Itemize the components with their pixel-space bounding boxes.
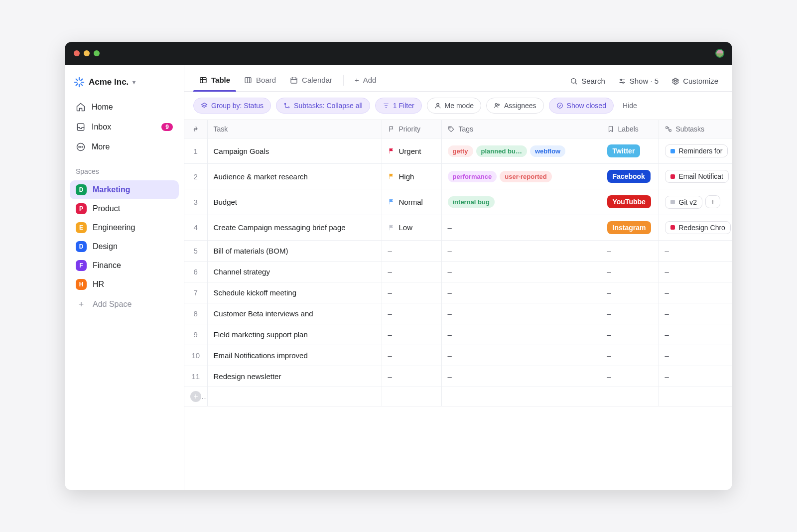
tags-cell[interactable]: – xyxy=(441,345,601,366)
col-header-subtasks[interactable]: Subtasks xyxy=(659,120,732,138)
table-row[interactable]: 9Field marketing support plan–––– xyxy=(184,324,732,345)
task-name-cell[interactable]: Redesign newsletter xyxy=(207,366,382,387)
me-mode-chip[interactable]: Me mode xyxy=(427,98,481,114)
view-tab-board[interactable]: Board xyxy=(238,71,282,91)
subtask-box[interactable]: Email Notificat xyxy=(665,170,729,183)
label-cell[interactable]: – xyxy=(601,282,659,303)
label-cell[interactable]: – xyxy=(601,303,659,324)
tag-pill[interactable]: planned bu… xyxy=(476,145,527,157)
label-cell[interactable]: Facebook xyxy=(601,164,659,189)
table-row[interactable]: 4Create Campaign messaging brief pageLow… xyxy=(184,215,732,240)
hide-button[interactable]: Hide xyxy=(623,102,637,110)
col-header-task[interactable]: Task xyxy=(207,120,382,138)
space-item-finance[interactable]: FFinance xyxy=(70,256,179,275)
space-item-marketing[interactable]: DMarketing xyxy=(70,180,179,199)
label-cell[interactable]: – xyxy=(601,324,659,345)
col-header-priority[interactable]: Priority xyxy=(382,120,441,138)
subtasks-cell[interactable]: – xyxy=(659,261,732,282)
priority-cell[interactable]: Normal xyxy=(382,189,441,215)
task-name-cell[interactable]: Audience & market research xyxy=(207,164,382,189)
priority-cell[interactable]: Urgent xyxy=(382,138,441,164)
task-name-cell[interactable]: Budget xyxy=(207,189,382,215)
label-pill[interactable]: YouTubbe xyxy=(607,195,651,208)
tags-cell[interactable]: internal bug xyxy=(441,189,601,215)
tags-cell[interactable]: – xyxy=(441,366,601,387)
subtasks-cell[interactable]: – xyxy=(659,366,732,387)
priority-cell[interactable]: – xyxy=(382,261,441,282)
task-name-cell[interactable]: Customer Beta interviews and xyxy=(207,303,382,324)
subtasks-chip[interactable]: Subtasks: Collapse all xyxy=(276,98,370,114)
priority-cell[interactable]: – xyxy=(382,324,441,345)
priority-cell[interactable]: – xyxy=(382,345,441,366)
label-cell[interactable]: – xyxy=(601,345,659,366)
add-view-button[interactable]: + Add xyxy=(349,71,382,91)
tags-cell[interactable]: – xyxy=(441,261,601,282)
priority-cell[interactable]: – xyxy=(382,366,441,387)
add-task-row[interactable]: + xyxy=(184,387,732,406)
avatar[interactable] xyxy=(715,49,724,58)
add-space-button[interactable]: + Add Space xyxy=(70,295,179,314)
priority-cell[interactable]: High xyxy=(382,164,441,189)
tags-cell[interactable]: – xyxy=(441,240,601,261)
space-item-product[interactable]: PProduct xyxy=(70,199,179,218)
task-name-cell[interactable]: Channel strategy xyxy=(207,261,382,282)
subtask-box[interactable]: + xyxy=(705,195,720,208)
tag-pill[interactable]: internal bug xyxy=(448,196,495,208)
label-pill[interactable]: Twitter xyxy=(607,144,641,157)
subtasks-cell[interactable]: Git v2+ xyxy=(659,189,732,215)
task-name-cell[interactable]: Field marketing support plan xyxy=(207,324,382,345)
subtasks-cell[interactable]: – xyxy=(659,324,732,345)
subtasks-cell[interactable]: – xyxy=(659,282,732,303)
view-tab-calendar[interactable]: Calendar xyxy=(284,71,338,91)
label-pill[interactable]: Facebook xyxy=(607,170,651,183)
priority-cell[interactable]: – xyxy=(382,282,441,303)
nav-inbox[interactable]: Inbox 9 xyxy=(70,118,179,136)
label-cell[interactable]: – xyxy=(601,366,659,387)
tags-cell[interactable]: – xyxy=(441,303,601,324)
view-tab-table[interactable]: Table xyxy=(193,71,236,91)
label-cell[interactable]: Twitter xyxy=(601,138,659,164)
tags-cell[interactable]: – xyxy=(441,282,601,303)
tags-cell[interactable]: – xyxy=(441,324,601,345)
subtasks-cell[interactable]: Email Notificat xyxy=(659,164,732,189)
minimize-window-button[interactable] xyxy=(84,50,90,56)
group-by-chip[interactable]: Group by: Status xyxy=(193,98,271,114)
tags-cell[interactable]: performanceuser-reported xyxy=(441,164,601,189)
col-header-labels[interactable]: Labels xyxy=(601,120,659,138)
customize-button[interactable]: Customize xyxy=(666,73,723,89)
space-item-design[interactable]: DDesign xyxy=(70,237,179,256)
label-cell[interactable]: – xyxy=(601,240,659,261)
show-button[interactable]: Show · 5 xyxy=(613,73,664,89)
table-row[interactable]: 5Bill of materials (BOM)–––– xyxy=(184,240,732,261)
search-button[interactable]: Search xyxy=(565,73,610,89)
tag-pill[interactable]: performance xyxy=(448,171,497,182)
tags-cell[interactable]: – xyxy=(441,215,601,240)
subtasks-cell[interactable]: Reminders for xyxy=(659,138,732,164)
tags-cell[interactable]: gettyplanned bu…webflow xyxy=(441,138,601,164)
subtask-box[interactable]: Git v2 xyxy=(665,196,703,209)
subtasks-cell[interactable]: Redesign Chro xyxy=(659,215,732,240)
show-closed-chip[interactable]: Show closed xyxy=(549,98,614,114)
tag-pill[interactable]: getty xyxy=(448,145,473,157)
table-row[interactable]: 7Schedule kickoff meeting–––– xyxy=(184,282,732,303)
tag-pill[interactable]: webflow xyxy=(530,145,565,157)
task-name-cell[interactable]: Schedule kickoff meeting xyxy=(207,282,382,303)
table-row[interactable]: 2Audience & market researchHighperforman… xyxy=(184,164,732,189)
priority-cell[interactable]: – xyxy=(382,240,441,261)
col-header-tags[interactable]: Tags xyxy=(441,120,601,138)
label-pill[interactable]: Instagram xyxy=(607,221,652,234)
table-row[interactable]: 6Channel strategy–––– xyxy=(184,261,732,282)
subtask-box[interactable]: Redesign Chro xyxy=(665,221,731,234)
task-name-cell[interactable]: Campaign Goals xyxy=(207,138,382,164)
maximize-window-button[interactable] xyxy=(94,50,100,56)
label-cell[interactable]: Instagram xyxy=(601,215,659,240)
priority-cell[interactable]: – xyxy=(382,303,441,324)
task-name-cell[interactable]: Bill of materials (BOM) xyxy=(207,240,382,261)
subtasks-cell[interactable]: – xyxy=(659,345,732,366)
table-row[interactable]: 1Campaign GoalsUrgentgettyplanned bu…web… xyxy=(184,138,732,164)
workspace-switcher[interactable]: Acme Inc. ▾ xyxy=(70,72,179,97)
nav-more[interactable]: More xyxy=(70,137,179,156)
space-item-hr[interactable]: HHR xyxy=(70,275,179,294)
task-name-cell[interactable]: Email Notifications improved xyxy=(207,345,382,366)
tag-pill[interactable]: user-reported xyxy=(500,171,552,182)
